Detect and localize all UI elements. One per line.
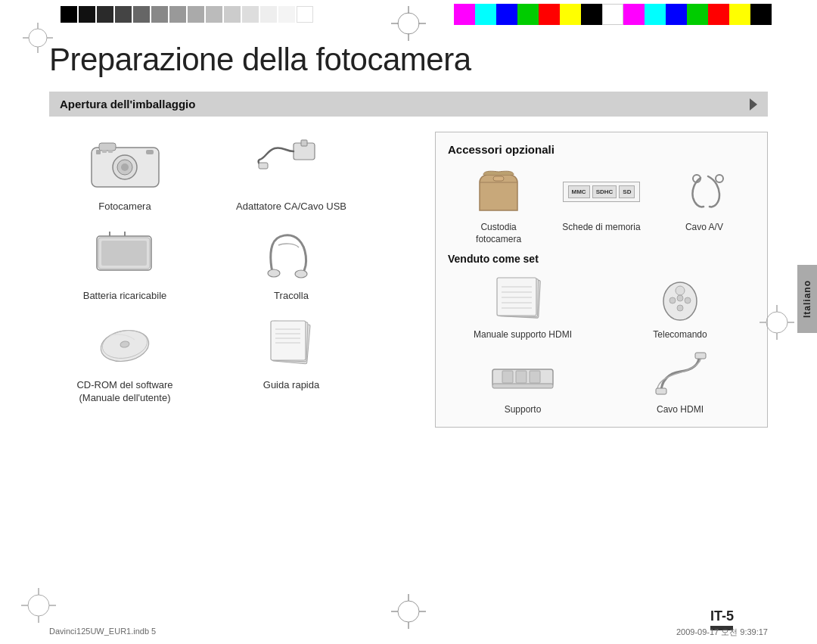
- av-cable-icon: [666, 165, 742, 218]
- svg-point-53: [685, 297, 691, 303]
- svg-point-5: [29, 29, 47, 47]
- svg-rect-44: [497, 278, 536, 316]
- sold-as-set-title: Venduto come set: [448, 253, 755, 265]
- footer-left: Davinci125UW_EUR1.indb 5: [49, 627, 156, 638]
- sold-hdmi-manual: Manuale supporto HDMI: [448, 272, 598, 340]
- svg-point-63: [766, 312, 787, 333]
- svg-point-40: [716, 175, 723, 182]
- sold-label-remote: Telecomando: [653, 329, 707, 340]
- pouch-icon: [461, 165, 536, 218]
- svg-rect-58: [502, 371, 513, 383]
- acc-label-av-cable: Cavo A/V: [685, 222, 723, 234]
- adapter-icon: [246, 132, 337, 196]
- svg-rect-16: [96, 150, 101, 154]
- sold-label-cradle: Supporto: [505, 404, 542, 415]
- svg-rect-17: [102, 150, 107, 153]
- svg-rect-57: [492, 384, 553, 388]
- svg-rect-60: [530, 371, 540, 383]
- acc-pouch: Custodia fotocamera: [461, 165, 536, 245]
- item-cdrom: CD-ROM del software (Manuale dell'utente…: [49, 310, 200, 405]
- remote-icon: [642, 272, 718, 325]
- sold-remote: Telecomando: [605, 272, 755, 340]
- hdmi-manual-icon: [485, 272, 561, 325]
- accessories-box: Accessori opzionali Custodia fotocamera: [435, 132, 768, 428]
- acc-label-pouch: Custodia fotocamera: [476, 222, 521, 245]
- acc-av-cable: Cavo A/V: [666, 165, 742, 245]
- footer-right: 2009-09-17 오전 9:39:17: [676, 627, 768, 638]
- strap-icon: [246, 221, 337, 285]
- svg-point-55: [677, 295, 683, 301]
- item-adapter: Adattatore CA/Cavo USB: [216, 132, 367, 213]
- svg-rect-21: [259, 163, 268, 169]
- svg-rect-24: [101, 241, 147, 266]
- svg-point-68: [28, 595, 49, 616]
- item-label-battery: Batteria ricaricabile: [83, 290, 167, 303]
- optional-accessories-grid: Custodia fotocamera MMC SDHC SD Schede d…: [448, 165, 755, 245]
- svg-rect-18: [108, 150, 113, 153]
- svg-point-14: [121, 163, 129, 171]
- color-blocks: [454, 4, 772, 25]
- svg-rect-34: [271, 321, 306, 360]
- crosshair-bottom-left: [21, 588, 56, 623]
- acc-memcards: MMC SDHC SD Schede di memoria: [562, 165, 640, 245]
- item-strap: Tracolla: [216, 221, 367, 303]
- crosshair-right-mid: [760, 305, 794, 340]
- sold-as-set-grid: Manuale supporto HDMI Telecomando: [448, 272, 755, 415]
- item-battery: Batteria ricaricabile: [49, 221, 200, 303]
- page-number: IT-5: [710, 608, 734, 624]
- section-header: Apertura dell'imballaggio: [49, 92, 768, 117]
- grayscale-squares: [61, 6, 315, 23]
- item-label-guide: Guida rapida: [263, 379, 319, 392]
- item-label-fotocamera: Fotocamera: [98, 201, 151, 213]
- svg-rect-11: [99, 143, 116, 151]
- acc-label-memcards: Schede di memoria: [562, 222, 640, 234]
- crosshair-top-center: [391, 6, 426, 41]
- camera-icon: [79, 132, 170, 196]
- item-label-cdrom: CD-ROM del software (Manuale dell'utente…: [76, 379, 172, 405]
- memcards-icon: MMC SDHC SD: [564, 165, 639, 218]
- crosshair-bottom-center: [391, 594, 426, 629]
- section-header-title: Apertura dell'imballaggio: [60, 98, 195, 110]
- sold-label-hdmi-cable: Cavo HDMI: [657, 404, 704, 415]
- battery-icon: [79, 221, 170, 285]
- svg-rect-15: [146, 150, 154, 154]
- svg-rect-20: [301, 140, 307, 146]
- hdmi-cable-icon: [642, 347, 718, 400]
- sidebar-language-text: Italiano: [802, 280, 812, 318]
- item-fotocamera: Fotocamera: [49, 132, 200, 213]
- sold-label-hdmi-manual: Manuale supporto HDMI: [474, 329, 572, 340]
- sold-hdmi-cable: Cavo HDMI: [605, 347, 755, 415]
- sold-cradle: Supporto: [448, 347, 598, 415]
- svg-point-28: [295, 270, 307, 278]
- svg-point-0: [398, 13, 419, 34]
- svg-point-27: [268, 269, 280, 277]
- booklet-icon: [246, 310, 337, 375]
- item-label-strap: Tracolla: [274, 290, 309, 303]
- sidebar-language-label: Italiano: [797, 265, 817, 333]
- item-label-adapter: Adattatore CA/Cavo USB: [236, 201, 346, 213]
- svg-rect-62: [695, 353, 706, 359]
- svg-point-54: [677, 305, 683, 311]
- item-guide: Guida rapida: [216, 310, 367, 405]
- svg-point-73: [398, 601, 419, 622]
- crosshair-top-left: [23, 23, 53, 53]
- cradle-icon: [485, 347, 561, 400]
- footer: Davinci125UW_EUR1.indb 5 2009-09-17 오전 9…: [49, 627, 768, 638]
- accessories-title: Accessori opzionali: [448, 143, 755, 156]
- svg-point-52: [669, 297, 676, 303]
- svg-rect-39: [493, 176, 504, 181]
- page-title: Preparazione della fotocamera: [49, 42, 768, 78]
- arrow-right-icon: [750, 98, 757, 110]
- svg-rect-61: [656, 388, 666, 394]
- items-grid: Fotocamera Adattatore CA/Cavo USB: [49, 132, 367, 405]
- main-content: Preparazione della fotocamera Apertura d…: [49, 42, 768, 602]
- svg-point-51: [676, 286, 685, 295]
- cdrom-icon: [79, 310, 170, 375]
- svg-rect-59: [516, 371, 527, 383]
